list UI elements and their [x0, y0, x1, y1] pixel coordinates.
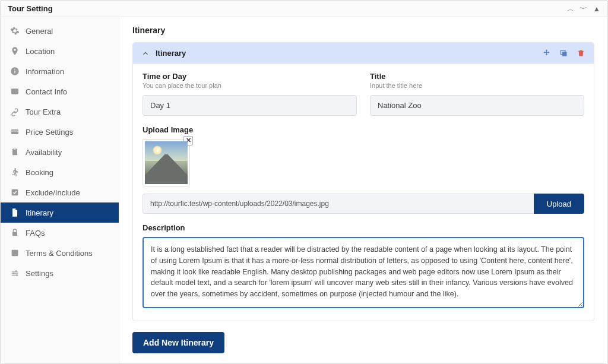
svg-rect-5	[11, 131, 18, 131]
time-input[interactable]	[142, 95, 357, 116]
sidebar-item-exclude[interactable]: Exclude/Include	[1, 182, 119, 202]
panel-controls: ︿ ﹀ ▲	[567, 5, 600, 12]
title-label: Title	[370, 72, 584, 81]
svg-rect-7	[14, 148, 16, 150]
card-header: Itinerary	[133, 43, 594, 64]
duplicate-icon[interactable]	[559, 49, 568, 58]
move-icon[interactable]	[542, 49, 551, 58]
sidebar-item-label: FAQs	[26, 229, 45, 238]
svg-rect-2	[14, 69, 15, 69]
sidebar-item-label: Contact Info	[26, 87, 67, 96]
svg-rect-3	[11, 88, 18, 94]
link-icon	[10, 107, 20, 116]
panel-title: Tour Setting	[8, 4, 53, 13]
sidebar-item-label: Tour Extra	[26, 107, 61, 116]
clipboard-icon	[10, 147, 20, 157]
sidebar-item-label: General	[26, 27, 53, 36]
tour-setting-panel: Tour Setting ︿ ﹀ ▲ General Location Info…	[0, 0, 608, 364]
sidebar-item-label: Booking	[26, 168, 53, 177]
check-square-icon	[10, 188, 20, 197]
description-label: Description	[142, 223, 584, 232]
svg-point-13	[13, 273, 15, 274]
thumbnail: ✕	[142, 139, 190, 186]
sidebar-item-booking[interactable]: Booking	[1, 162, 119, 182]
upload-path-input[interactable]	[142, 194, 534, 214]
description-textarea[interactable]	[142, 237, 584, 308]
card-title: Itinerary	[156, 49, 536, 58]
add-itinerary-button[interactable]: Add New Itinerary	[132, 332, 224, 353]
content-area: Itinerary Itinerary Time or Day	[119, 17, 607, 363]
upload-label: Upload Image	[142, 125, 584, 134]
title-hint: Input the title here	[370, 82, 584, 89]
checkbox-icon	[10, 248, 20, 258]
walk-icon	[10, 167, 20, 177]
sidebar-item-price[interactable]: Price Settings	[1, 122, 119, 142]
lock-icon	[10, 228, 20, 238]
time-label: Time or Day	[142, 72, 357, 81]
pin-icon	[10, 46, 20, 56]
sidebar-item-availability[interactable]: Availability	[1, 142, 119, 162]
svg-rect-9	[12, 189, 18, 196]
chevron-up-icon[interactable]	[141, 49, 150, 58]
sidebar-item-label: Terms & Conditions	[26, 249, 93, 258]
itinerary-card: Itinerary Time or Day You can place the …	[132, 42, 594, 321]
sidebar-item-label: Information	[26, 67, 64, 76]
svg-point-12	[15, 270, 17, 272]
sidebar-item-label: Availability	[26, 148, 62, 157]
sidebar-item-information[interactable]: Information	[1, 61, 119, 81]
sliders-icon	[10, 268, 20, 278]
sidebar: General Location Information Contact Inf…	[1, 17, 119, 363]
collapse-down-icon[interactable]: ﹀	[580, 5, 587, 12]
svg-point-8	[14, 168, 16, 170]
card-body: Time or Day You can place the tour plan …	[133, 64, 594, 321]
sidebar-item-terms[interactable]: Terms & Conditions	[1, 243, 119, 263]
sidebar-item-label: Settings	[26, 269, 53, 278]
title-input[interactable]	[370, 95, 584, 116]
gear-icon	[10, 26, 20, 36]
sidebar-item-itinerary[interactable]: Itinerary	[1, 202, 119, 223]
sidebar-item-contact[interactable]: Contact Info	[1, 81, 119, 102]
svg-rect-4	[11, 129, 18, 134]
svg-rect-10	[12, 232, 17, 236]
sidebar-item-label: Price Settings	[26, 128, 73, 137]
card-icon	[10, 87, 20, 96]
section-title: Itinerary	[132, 26, 594, 35]
delete-icon[interactable]	[577, 49, 585, 58]
time-hint: You can place the tour plan	[142, 82, 357, 89]
document-icon	[10, 208, 20, 217]
svg-rect-11	[12, 250, 18, 257]
credit-card-icon	[10, 127, 20, 137]
sidebar-item-general[interactable]: General	[1, 21, 119, 41]
sidebar-item-location[interactable]: Location	[1, 41, 119, 61]
sidebar-item-label: Itinerary	[26, 208, 53, 217]
sidebar-item-label: Location	[26, 47, 55, 56]
sidebar-item-settings[interactable]: Settings	[1, 263, 119, 283]
sidebar-item-label: Exclude/Include	[26, 188, 80, 197]
upload-button[interactable]: Upload	[534, 194, 584, 214]
svg-rect-15	[562, 52, 567, 56]
sidebar-item-tour-extra[interactable]: Tour Extra	[1, 102, 119, 122]
svg-rect-1	[14, 71, 15, 74]
svg-point-14	[16, 274, 18, 276]
thumbnail-image	[145, 141, 188, 184]
dropdown-triangle-icon[interactable]: ▲	[593, 5, 600, 12]
info-icon	[10, 67, 20, 76]
sidebar-item-faqs[interactable]: FAQs	[1, 223, 119, 243]
card-actions	[542, 49, 585, 58]
collapse-up-icon[interactable]: ︿	[567, 5, 574, 12]
panel-header: Tour Setting ︿ ﹀ ▲	[1, 1, 607, 17]
